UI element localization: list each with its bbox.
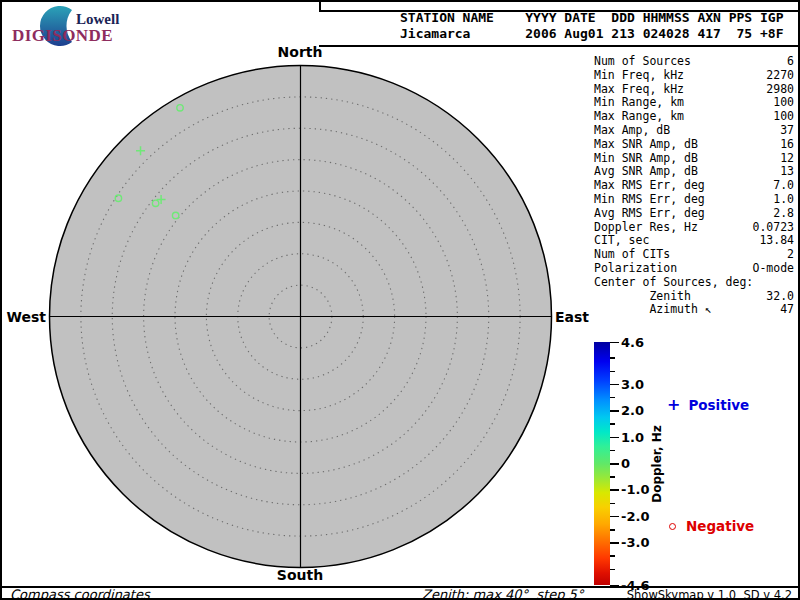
footer-zenith-note: Zenith: max 40° step 5°	[422, 587, 583, 600]
stat-row: Min Range, km100	[594, 96, 794, 110]
stat-value: O-mode	[752, 262, 794, 276]
stat-row: Max Amp, dB37	[594, 124, 794, 138]
colorbar-tick-label: -4.6	[621, 578, 649, 593]
colorbar-minor-tick	[610, 569, 615, 571]
colorbar-major-tick	[610, 489, 619, 491]
stat-label: Center of Sources, deg:	[594, 276, 753, 290]
colorbar-tick-label: -1.0	[621, 482, 649, 497]
stat-value: 6	[787, 55, 794, 69]
stat-label: Num of Sources	[594, 55, 691, 69]
stat-label: Min SNR Amp, dB	[594, 152, 698, 166]
colorbar-minor-tick	[610, 423, 615, 425]
stat-row: Max Freq, kHz2980	[594, 83, 794, 97]
colorbar-tick-label: 3.0	[621, 377, 644, 392]
stat-value: 2.8	[773, 207, 794, 221]
stat-value: 100	[773, 110, 794, 124]
stat-label: Max Amp, dB	[594, 124, 670, 138]
stat-label: Max Freq, kHz	[594, 83, 684, 97]
stat-row: Num of Sources6	[594, 55, 794, 69]
stat-row: Avg RMS Err, deg2.8	[594, 207, 794, 221]
stat-row: Max RMS Err, deg7.0	[594, 179, 794, 193]
stat-value: 12	[780, 152, 794, 166]
stat-row: Min SNR Amp, dB12	[594, 152, 794, 166]
colorbar-minor-tick	[610, 397, 615, 399]
stat-value: 13.84	[759, 234, 794, 248]
colorbar-major-tick	[610, 585, 619, 587]
colorbar-tick-label: 4.6	[621, 335, 644, 350]
colorbar-major-tick	[610, 542, 619, 544]
stat-row: Max Range, km100	[594, 110, 794, 124]
colorbar-minor-tick	[610, 503, 615, 505]
header-values-row: Jicamarca 2006 Aug01 213 024028 417 75 +…	[400, 26, 784, 41]
stat-value: 32.0	[766, 290, 794, 304]
stat-row: Avg SNR Amp, dB13	[594, 165, 794, 179]
legend-negative: Negative	[667, 518, 754, 534]
doppler-colorbar-title: Doppler, Hz	[650, 425, 664, 503]
stat-label: Num of CITs	[594, 248, 670, 262]
negative-circle-icon	[669, 523, 676, 530]
doppler-colorbar	[594, 342, 610, 585]
stat-label: Min RMS Err, deg	[594, 193, 705, 207]
stat-value: 2270	[766, 69, 794, 83]
colorbar-minor-tick	[610, 357, 615, 359]
colorbar-minor-tick	[610, 371, 615, 373]
stat-row: Doppler Res, Hz0.0723	[594, 221, 794, 235]
stat-label: Doppler Res, Hz	[594, 221, 698, 235]
stat-label: Polarization	[594, 262, 677, 276]
colorbar-minor-tick	[610, 450, 615, 452]
compass-label-west: West	[2, 309, 46, 325]
colorbar-major-tick	[610, 342, 619, 344]
footer-version-text: ShowSkymap v 1.0 SD v 4.2	[627, 588, 792, 600]
showskymap-window: Lowell DIGISONDE STATION NAME YYYY DATE …	[0, 0, 800, 600]
stat-row: Center of Sources, deg:	[594, 276, 794, 290]
stat-value: 37	[780, 124, 794, 138]
stat-row: Min Freq, kHz2270	[594, 69, 794, 83]
stat-row: Min RMS Err, deg1.0	[594, 193, 794, 207]
stat-label: Max Range, km	[594, 110, 684, 124]
logo-digisonde-text: DIGISONDE	[12, 26, 113, 46]
stat-row: Num of CITs2	[594, 248, 794, 262]
stat-value: 1.0	[773, 193, 794, 207]
colorbar-major-tick	[610, 384, 619, 386]
colorbar-major-tick	[610, 463, 619, 465]
stats-panel: Num of Sources6Min Freq, kHz2270Max Freq…	[594, 55, 794, 317]
stat-label: CIT, sec	[594, 234, 649, 248]
stat-row: CIT, sec13.84	[594, 234, 794, 248]
colorbar-major-tick	[610, 410, 619, 412]
stat-label: Max SNR Amp, dB	[594, 138, 698, 152]
stat-label: Max RMS Err, deg	[594, 179, 705, 193]
stat-value: 2980	[766, 83, 794, 97]
colorbar-tick-label: 0	[621, 456, 630, 471]
stat-label: Min Range, km	[594, 96, 684, 110]
stat-label: Avg SNR Amp, dB	[594, 165, 698, 179]
stat-row: Max SNR Amp, dB16	[594, 138, 794, 152]
colorbar-minor-tick	[610, 555, 615, 557]
header-bottom-line	[319, 45, 798, 47]
colorbar-tick-label: 1.0	[621, 430, 644, 445]
colorbar-tick-label: 2.0	[621, 403, 644, 418]
positive-plus-icon: +	[667, 398, 680, 412]
skymap-polar-plot	[42, 58, 559, 575]
legend-negative-label: Negative	[686, 518, 754, 534]
stat-row: Zenith32.0	[594, 290, 794, 304]
stat-value: 2	[787, 248, 794, 262]
footer-coordinates-note: Compass coordinates	[10, 587, 150, 600]
colorbar-major-tick	[610, 516, 619, 518]
legend-positive-label: Positive	[688, 397, 749, 413]
stat-label: Min Freq, kHz	[594, 69, 684, 83]
stat-row: PolarizationO-mode	[594, 262, 794, 276]
stat-value: 47	[780, 303, 794, 317]
stat-label: Zenith	[594, 290, 691, 304]
legend-positive: + Positive	[667, 397, 749, 413]
colorbar-minor-tick	[610, 529, 615, 531]
stat-value: 13	[780, 165, 794, 179]
stat-label: Azimuth ↖	[594, 303, 712, 317]
stat-value: 100	[773, 96, 794, 110]
stat-value: 7.0	[773, 179, 794, 193]
stat-value: 0.0723	[752, 221, 794, 235]
colorbar-tick-label: -2.0	[621, 509, 649, 524]
colorbar-tick-label: -3.0	[621, 535, 649, 550]
colorbar-minor-tick	[610, 476, 615, 478]
stat-value: 16	[780, 138, 794, 152]
colorbar-major-tick	[610, 437, 619, 439]
